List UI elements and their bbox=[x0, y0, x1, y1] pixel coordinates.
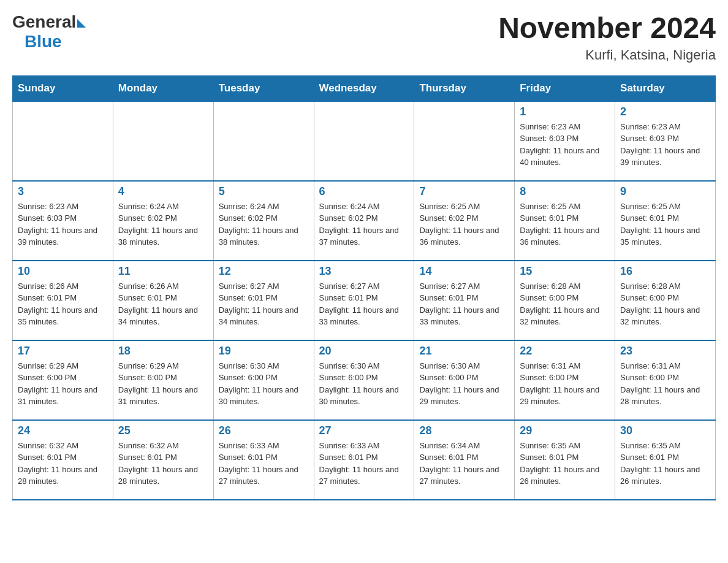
calendar-cell: 13Sunrise: 6:27 AM Sunset: 6:01 PM Dayli… bbox=[314, 261, 414, 340]
day-number: 2 bbox=[620, 105, 710, 118]
day-number: 1 bbox=[520, 105, 610, 118]
day-info: Sunrise: 6:32 AM Sunset: 6:01 PM Dayligh… bbox=[18, 440, 108, 488]
calendar-cell: 3Sunrise: 6:23 AM Sunset: 6:03 PM Daylig… bbox=[13, 181, 113, 261]
day-number: 26 bbox=[219, 424, 309, 437]
day-number: 22 bbox=[520, 345, 610, 358]
title-area: November 2024 Kurfi, Katsina, Nigeria bbox=[498, 12, 716, 63]
day-info: Sunrise: 6:26 AM Sunset: 6:01 PM Dayligh… bbox=[118, 280, 208, 328]
calendar-week-row: 1Sunrise: 6:23 AM Sunset: 6:03 PM Daylig… bbox=[13, 101, 716, 181]
calendar-header: SundayMondayTuesdayWednesdayThursdayFrid… bbox=[13, 75, 716, 101]
calendar-body: 1Sunrise: 6:23 AM Sunset: 6:03 PM Daylig… bbox=[13, 101, 716, 500]
day-number: 7 bbox=[419, 185, 509, 198]
day-info: Sunrise: 6:24 AM Sunset: 6:02 PM Dayligh… bbox=[319, 201, 409, 248]
header-thursday: Thursday bbox=[414, 75, 515, 101]
calendar-cell bbox=[113, 101, 213, 181]
calendar-cell: 18Sunrise: 6:29 AM Sunset: 6:00 PM Dayli… bbox=[113, 340, 213, 420]
day-number: 18 bbox=[118, 345, 208, 358]
calendar-header-row: SundayMondayTuesdayWednesdayThursdayFrid… bbox=[13, 75, 716, 101]
calendar-cell: 1Sunrise: 6:23 AM Sunset: 6:03 PM Daylig… bbox=[515, 101, 615, 181]
day-info: Sunrise: 6:32 AM Sunset: 6:01 PM Dayligh… bbox=[118, 440, 208, 488]
day-number: 30 bbox=[620, 424, 710, 437]
day-number: 11 bbox=[118, 265, 208, 278]
calendar-cell: 5Sunrise: 6:24 AM Sunset: 6:02 PM Daylig… bbox=[213, 181, 314, 261]
calendar-cell: 29Sunrise: 6:35 AM Sunset: 6:01 PM Dayli… bbox=[515, 420, 615, 500]
calendar-cell: 25Sunrise: 6:32 AM Sunset: 6:01 PM Dayli… bbox=[113, 420, 213, 500]
header-saturday: Saturday bbox=[615, 75, 716, 101]
calendar-cell: 30Sunrise: 6:35 AM Sunset: 6:01 PM Dayli… bbox=[615, 420, 716, 500]
calendar-cell: 20Sunrise: 6:30 AM Sunset: 6:00 PM Dayli… bbox=[314, 340, 414, 420]
calendar-cell: 23Sunrise: 6:31 AM Sunset: 6:00 PM Dayli… bbox=[615, 340, 716, 420]
day-number: 15 bbox=[520, 265, 610, 278]
day-number: 10 bbox=[18, 265, 108, 278]
day-info: Sunrise: 6:23 AM Sunset: 6:03 PM Dayligh… bbox=[620, 121, 710, 169]
day-number: 19 bbox=[219, 345, 309, 358]
day-number: 20 bbox=[319, 345, 409, 358]
day-info: Sunrise: 6:23 AM Sunset: 6:03 PM Dayligh… bbox=[18, 201, 108, 248]
day-info: Sunrise: 6:30 AM Sunset: 6:00 PM Dayligh… bbox=[419, 360, 509, 408]
day-number: 16 bbox=[620, 265, 710, 278]
calendar-cell: 4Sunrise: 6:24 AM Sunset: 6:02 PM Daylig… bbox=[113, 181, 213, 261]
day-info: Sunrise: 6:29 AM Sunset: 6:00 PM Dayligh… bbox=[18, 360, 108, 408]
calendar-week-row: 17Sunrise: 6:29 AM Sunset: 6:00 PM Dayli… bbox=[13, 340, 716, 420]
day-number: 17 bbox=[18, 345, 108, 358]
day-info: Sunrise: 6:26 AM Sunset: 6:01 PM Dayligh… bbox=[18, 280, 108, 328]
page-header: General Blue November 2024 Kurfi, Katsin… bbox=[12, 12, 716, 63]
day-info: Sunrise: 6:35 AM Sunset: 6:01 PM Dayligh… bbox=[620, 440, 710, 488]
day-info: Sunrise: 6:25 AM Sunset: 6:01 PM Dayligh… bbox=[520, 201, 610, 248]
day-info: Sunrise: 6:24 AM Sunset: 6:02 PM Dayligh… bbox=[118, 201, 208, 248]
day-info: Sunrise: 6:31 AM Sunset: 6:00 PM Dayligh… bbox=[520, 360, 610, 408]
calendar-cell bbox=[213, 101, 314, 181]
logo: General Blue bbox=[12, 12, 86, 52]
calendar-cell: 21Sunrise: 6:30 AM Sunset: 6:00 PM Dayli… bbox=[414, 340, 515, 420]
month-title: November 2024 bbox=[498, 12, 716, 45]
day-number: 8 bbox=[520, 185, 610, 198]
header-sunday: Sunday bbox=[13, 75, 113, 101]
day-number: 24 bbox=[18, 424, 108, 437]
calendar-cell: 10Sunrise: 6:26 AM Sunset: 6:01 PM Dayli… bbox=[13, 261, 113, 340]
day-number: 4 bbox=[118, 185, 208, 198]
day-info: Sunrise: 6:30 AM Sunset: 6:00 PM Dayligh… bbox=[319, 360, 409, 408]
calendar-cell: 15Sunrise: 6:28 AM Sunset: 6:00 PM Dayli… bbox=[515, 261, 615, 340]
day-number: 27 bbox=[319, 424, 409, 437]
calendar-cell: 19Sunrise: 6:30 AM Sunset: 6:00 PM Dayli… bbox=[213, 340, 314, 420]
calendar-cell: 6Sunrise: 6:24 AM Sunset: 6:02 PM Daylig… bbox=[314, 181, 414, 261]
logo-blue-text: Blue bbox=[25, 32, 62, 52]
logo-general-text: General bbox=[12, 12, 76, 32]
day-number: 12 bbox=[219, 265, 309, 278]
calendar-cell: 22Sunrise: 6:31 AM Sunset: 6:00 PM Dayli… bbox=[515, 340, 615, 420]
calendar-week-row: 3Sunrise: 6:23 AM Sunset: 6:03 PM Daylig… bbox=[13, 181, 716, 261]
day-number: 3 bbox=[18, 185, 108, 198]
calendar-week-row: 10Sunrise: 6:26 AM Sunset: 6:01 PM Dayli… bbox=[13, 261, 716, 340]
calendar-cell: 17Sunrise: 6:29 AM Sunset: 6:00 PM Dayli… bbox=[13, 340, 113, 420]
location-text: Kurfi, Katsina, Nigeria bbox=[498, 47, 716, 63]
day-info: Sunrise: 6:25 AM Sunset: 6:01 PM Dayligh… bbox=[620, 201, 710, 248]
day-info: Sunrise: 6:34 AM Sunset: 6:01 PM Dayligh… bbox=[419, 440, 509, 488]
calendar-cell: 2Sunrise: 6:23 AM Sunset: 6:03 PM Daylig… bbox=[615, 101, 716, 181]
day-info: Sunrise: 6:28 AM Sunset: 6:00 PM Dayligh… bbox=[620, 280, 710, 328]
day-info: Sunrise: 6:33 AM Sunset: 6:01 PM Dayligh… bbox=[219, 440, 309, 488]
calendar-cell: 12Sunrise: 6:27 AM Sunset: 6:01 PM Dayli… bbox=[213, 261, 314, 340]
day-info: Sunrise: 6:30 AM Sunset: 6:00 PM Dayligh… bbox=[219, 360, 309, 408]
day-info: Sunrise: 6:29 AM Sunset: 6:00 PM Dayligh… bbox=[118, 360, 208, 408]
calendar-cell: 8Sunrise: 6:25 AM Sunset: 6:01 PM Daylig… bbox=[515, 181, 615, 261]
calendar-cell bbox=[13, 101, 113, 181]
day-number: 5 bbox=[219, 185, 309, 198]
calendar-cell: 7Sunrise: 6:25 AM Sunset: 6:02 PM Daylig… bbox=[414, 181, 515, 261]
calendar-cell: 9Sunrise: 6:25 AM Sunset: 6:01 PM Daylig… bbox=[615, 181, 716, 261]
header-friday: Friday bbox=[515, 75, 615, 101]
calendar-cell: 28Sunrise: 6:34 AM Sunset: 6:01 PM Dayli… bbox=[414, 420, 515, 500]
day-number: 23 bbox=[620, 345, 710, 358]
calendar-week-row: 24Sunrise: 6:32 AM Sunset: 6:01 PM Dayli… bbox=[13, 420, 716, 500]
day-info: Sunrise: 6:33 AM Sunset: 6:01 PM Dayligh… bbox=[319, 440, 409, 488]
day-number: 21 bbox=[419, 345, 509, 358]
day-info: Sunrise: 6:25 AM Sunset: 6:02 PM Dayligh… bbox=[419, 201, 509, 248]
header-wednesday: Wednesday bbox=[314, 75, 414, 101]
day-info: Sunrise: 6:31 AM Sunset: 6:00 PM Dayligh… bbox=[620, 360, 710, 408]
calendar-cell: 11Sunrise: 6:26 AM Sunset: 6:01 PM Dayli… bbox=[113, 261, 213, 340]
day-number: 13 bbox=[319, 265, 409, 278]
header-tuesday: Tuesday bbox=[213, 75, 314, 101]
day-info: Sunrise: 6:35 AM Sunset: 6:01 PM Dayligh… bbox=[520, 440, 610, 488]
day-number: 25 bbox=[118, 424, 208, 437]
day-info: Sunrise: 6:27 AM Sunset: 6:01 PM Dayligh… bbox=[219, 280, 309, 328]
day-info: Sunrise: 6:27 AM Sunset: 6:01 PM Dayligh… bbox=[319, 280, 409, 328]
